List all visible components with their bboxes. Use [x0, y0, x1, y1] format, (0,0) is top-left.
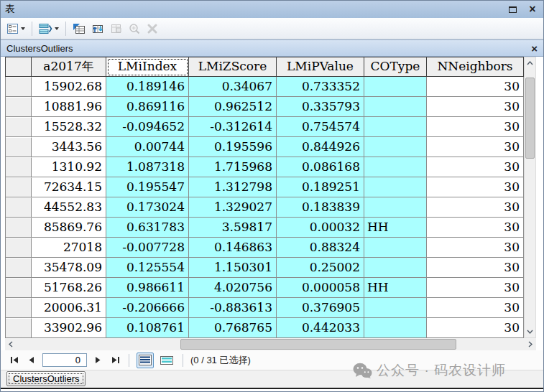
table-cell[interactable]: -0.883613 [189, 298, 277, 318]
table-cell[interactable]: 0.195596 [189, 137, 277, 157]
table-cell[interactable]: 10881.96 [32, 97, 106, 117]
table-cell[interactable]: 0.442033 [277, 318, 364, 338]
row-selector[interactable] [6, 318, 32, 338]
table-cell[interactable] [364, 177, 427, 197]
table-cell[interactable] [364, 318, 427, 338]
maximize-button[interactable] [506, 4, 519, 15]
show-all-records-button[interactable] [137, 353, 154, 368]
previous-record-button[interactable] [25, 354, 38, 367]
show-selected-records-button[interactable] [158, 353, 175, 368]
table-cell[interactable]: 0.844926 [277, 137, 364, 157]
column-header-LMiZScore[interactable]: LMiZScore [189, 57, 277, 77]
table-cell[interactable]: 1.150301 [189, 258, 277, 278]
table-cell[interactable]: 0.189146 [106, 77, 189, 97]
row-selector[interactable] [6, 77, 32, 97]
table-cell[interactable] [364, 137, 427, 157]
table-cell[interactable]: 51768.26 [32, 278, 106, 298]
table-cell[interactable]: 3.59817 [189, 218, 277, 238]
table-cell[interactable] [364, 77, 427, 97]
column-header-NNeighbors[interactable]: NNeighbors [427, 57, 524, 77]
table-cell[interactable]: 30 [427, 318, 524, 338]
column-header-LMiPValue[interactable]: LMiPValue [277, 57, 364, 77]
last-record-button[interactable] [109, 354, 121, 367]
table-cell[interactable]: 0.189251 [277, 177, 364, 197]
vertical-scrollbar[interactable] [524, 57, 536, 338]
panel-close-button[interactable]: × [531, 42, 538, 55]
table-cell[interactable]: 0.125554 [106, 258, 189, 278]
scroll-down-button[interactable] [525, 326, 535, 337]
close-button[interactable]: × [526, 4, 539, 15]
table-cell[interactable]: 30 [427, 137, 524, 157]
scroll-up-button[interactable] [525, 57, 535, 69]
table-cell[interactable]: 30 [427, 177, 524, 197]
table-cell[interactable]: 15902.68 [32, 77, 106, 97]
column-header-COType[interactable]: COType [364, 57, 427, 77]
row-selector[interactable] [6, 238, 32, 258]
table-cell[interactable]: 44552.83 [32, 197, 106, 218]
table-cell[interactable]: 30 [427, 238, 524, 258]
table-cell[interactable]: -0.312614 [189, 117, 277, 137]
table-cell[interactable]: 0.754574 [277, 117, 364, 137]
vertical-scroll-thumb[interactable] [525, 78, 535, 159]
table-cell[interactable]: 85869.76 [32, 218, 106, 238]
column-header-a2017年[interactable]: a2017年 [32, 57, 106, 77]
row-selector[interactable] [6, 177, 32, 197]
row-selector[interactable] [6, 97, 32, 117]
table-cell[interactable]: 30 [427, 218, 524, 238]
table-cell[interactable]: 0.146863 [189, 238, 277, 258]
table-cell[interactable]: 0.00744 [106, 137, 189, 157]
table-cell[interactable]: 0.733352 [277, 77, 364, 97]
table-cell[interactable] [364, 298, 427, 318]
table-cell[interactable]: HH [364, 218, 427, 238]
table-cell[interactable]: 0.000058 [277, 278, 364, 298]
table-cell[interactable]: 0.335793 [277, 97, 364, 117]
row-selector[interactable] [6, 298, 32, 318]
table-cell[interactable]: 0.183839 [277, 197, 364, 218]
table-cell[interactable]: 30 [427, 117, 524, 137]
table-cell[interactable]: 30 [427, 258, 524, 278]
table-cell[interactable]: 0.195547 [106, 177, 189, 197]
row-selector[interactable] [6, 218, 32, 238]
table-cell[interactable]: 30 [427, 298, 524, 318]
clear-selection-button[interactable] [108, 21, 124, 37]
table-cell[interactable]: 1.312798 [189, 177, 277, 197]
row-selector[interactable] [6, 197, 32, 218]
table-cell[interactable]: 0.00032 [277, 218, 364, 238]
table-cell[interactable]: HH [364, 278, 427, 298]
vertical-scroll-track[interactable] [525, 69, 535, 326]
select-by-attributes-button[interactable] [70, 21, 88, 37]
record-number-input[interactable] [42, 353, 87, 367]
table-cell[interactable]: 0.173024 [106, 197, 189, 218]
row-selector[interactable] [6, 157, 32, 177]
horizontal-scrollbar[interactable] [5, 338, 536, 350]
table-cell[interactable]: 1.329027 [189, 197, 277, 218]
horizontal-scroll-thumb[interactable] [180, 339, 456, 350]
table-cell[interactable]: 0.986611 [106, 278, 189, 298]
table-cell[interactable]: 27018 [32, 238, 106, 258]
table-cell[interactable]: 35478.09 [32, 258, 106, 278]
horizontal-scroll-track[interactable] [17, 338, 525, 350]
scroll-left-button[interactable] [5, 338, 17, 350]
table-cell[interactable] [364, 197, 427, 218]
table-cell[interactable] [364, 238, 427, 258]
table-cell[interactable]: 0.768765 [189, 318, 277, 338]
table-cell[interactable]: 0.631783 [106, 218, 189, 238]
table-cell[interactable]: 0.086168 [277, 157, 364, 177]
row-selector[interactable] [6, 258, 32, 278]
table-cell[interactable]: 1.715968 [189, 157, 277, 177]
next-record-button[interactable] [91, 354, 104, 367]
first-record-button[interactable] [8, 354, 21, 367]
table-cell[interactable]: 0.108761 [106, 318, 189, 338]
table-cell[interactable]: 30 [427, 278, 524, 298]
table-cell[interactable]: 33902.96 [32, 318, 106, 338]
scroll-right-button[interactable] [525, 338, 536, 350]
related-tables-button[interactable] [37, 21, 61, 37]
table-cell[interactable]: 1310.92 [32, 157, 106, 177]
row-selector[interactable] [6, 117, 32, 137]
table-cell[interactable]: 0.869116 [106, 97, 189, 117]
table-cell[interactable]: 15528.32 [32, 117, 106, 137]
table-cell[interactable] [364, 258, 427, 278]
delete-selected-button[interactable] [144, 21, 160, 37]
table-cell[interactable]: -0.094652 [106, 117, 189, 137]
table-cell[interactable]: -0.206666 [106, 298, 189, 318]
